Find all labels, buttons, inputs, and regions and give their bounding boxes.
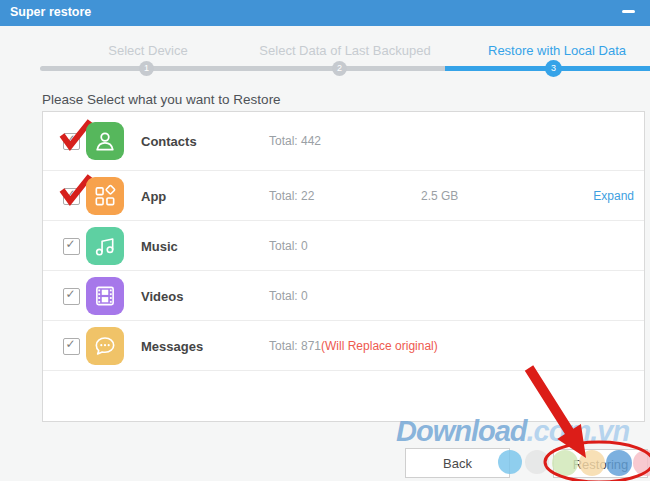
item-total-count: Total: 22 [269,189,314,203]
item-checkbox[interactable]: ✓ [63,338,80,355]
checkbox-tick-icon: ✓ [66,237,76,252]
restore-row-music: ✓ Music Total: 0 [43,221,644,271]
stepper-track-inactive [40,66,445,71]
film-strip-icon [86,277,124,315]
step-dot-3: 3 [545,60,562,77]
checkbox-tick-icon: ✓ [66,187,76,202]
restore-row-contacts: ✓ Contacts Total: 442 [43,112,644,171]
expand-link[interactable]: Expand [593,189,634,203]
item-checkbox[interactable]: ✓ [63,133,80,150]
item-total-count: Total: 442 [269,134,321,148]
app-window: Super restore Select Device Select Data … [0,0,650,481]
minimize-icon[interactable] [622,10,635,13]
item-checkbox[interactable]: ✓ [63,188,80,205]
restoring-button[interactable]: Restoring [553,449,648,478]
watermark-dot [525,450,549,474]
apps-grid-icon [86,177,124,215]
item-name: App [141,188,166,203]
step-dot-2: 2 [332,61,347,76]
window-title: Super restore [10,5,91,19]
item-checkbox[interactable]: ✓ [63,238,80,255]
checkbox-tick-icon: ✓ [66,287,76,302]
page-title: Please Select what you want to Restore [42,92,281,107]
contacts-icon [86,122,124,160]
item-size: 2.5 GB [421,189,458,203]
checkbox-tick-icon: ✓ [66,132,76,147]
back-button[interactable]: Back [405,448,510,478]
chat-bubble-icon [86,327,124,365]
checkbox-tick-icon: ✓ [66,337,76,352]
restore-row-messages: ✓ Messages Total: 871(Will Replace origi… [43,321,644,371]
restore-row-videos: ✓ Videos Total: 0 [43,271,644,321]
restore-row-app: ✓ App Total: 22 2.5 GB Expand [43,171,644,221]
step-label-restore-local: Restore with Local Data [488,43,626,58]
music-note-icon [86,227,124,265]
item-name: Messages [141,338,203,353]
titlebar: Super restore [0,0,650,26]
item-warning-note: (Will Replace original) [321,339,438,353]
step-label-select-device: Select Device [108,43,187,58]
item-name: Music [141,238,178,253]
item-name: Videos [141,288,183,303]
step-dot-1: 1 [139,61,154,76]
restore-items-panel: ✓ Contacts Total: 442 ✓ App Total: 22 2.… [42,111,645,422]
item-total-count: Total: 0 [269,239,308,253]
item-total-count: Total: 871 [269,339,321,353]
step-label-select-data: Select Data of Last Backuped [259,43,430,58]
item-total-count: Total: 0 [269,289,308,303]
item-name: Contacts [141,134,197,149]
item-checkbox[interactable]: ✓ [63,288,80,305]
